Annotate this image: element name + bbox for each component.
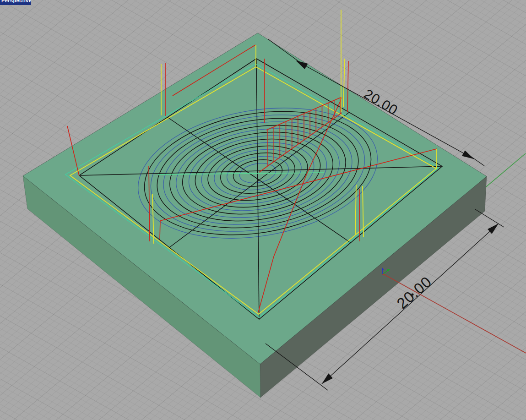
viewport-canvas[interactable]: .gmin{stroke:var(--c-grid-minor);stroke-… xyxy=(0,0,526,420)
viewport-title-label: Perspective xyxy=(0,0,31,3)
cad-viewport[interactable]: .gmin{stroke:var(--c-grid-minor);stroke-… xyxy=(0,0,526,420)
viewport-title-tab[interactable]: Perspective xyxy=(0,0,31,5)
